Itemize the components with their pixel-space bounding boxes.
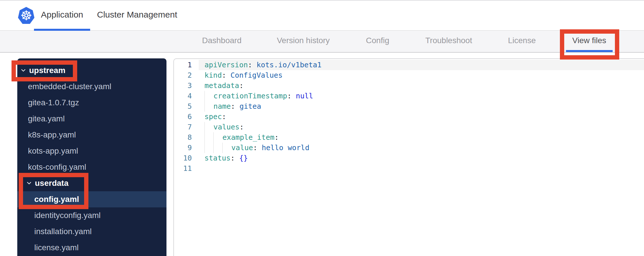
file-label: k8s-app.yaml bbox=[28, 130, 76, 140]
helm-wheel-glyph: ☸ bbox=[20, 9, 32, 22]
line-number: 9 bbox=[174, 143, 192, 153]
code-line-content: spec: bbox=[199, 112, 644, 122]
app-tab-license[interactable]: License bbox=[502, 31, 542, 52]
code-line-1[interactable]: 1apiVersion: kots.io/v1beta1 bbox=[174, 60, 644, 70]
file-label: installation.yaml bbox=[34, 227, 92, 236]
file-config-yaml[interactable]: config.yaml bbox=[17, 191, 166, 207]
code-line-content: example_item: bbox=[199, 132, 644, 143]
code-editor[interactable]: 1apiVersion: kots.io/v1beta12kind: Confi… bbox=[173, 58, 644, 256]
code-line-9[interactable]: 9value: hello world bbox=[174, 143, 644, 153]
app-tab-troubleshoot[interactable]: Troubleshoot bbox=[419, 31, 478, 52]
line-number: 7 bbox=[174, 122, 192, 132]
folder-label: upstream bbox=[29, 66, 65, 75]
code-line-content: apiVersion: kots.io/v1beta1 bbox=[199, 60, 644, 70]
code-line-7[interactable]: 7values: bbox=[174, 122, 644, 132]
primary-nav: ApplicationCluster Management bbox=[34, 1, 184, 31]
app-tab-config[interactable]: Config bbox=[360, 31, 396, 52]
indent-guide bbox=[204, 91, 213, 101]
file-label: kots-config.yaml bbox=[28, 163, 86, 172]
code-line-content: creationTimestamp: null bbox=[199, 91, 644, 101]
code-line-4[interactable]: 4creationTimestamp: null bbox=[174, 91, 644, 101]
app-tab-view-files[interactable]: View files bbox=[566, 31, 613, 52]
code-line-content: value: hello world bbox=[199, 143, 644, 153]
code-line-content: name: gitea bbox=[199, 101, 644, 112]
file-kots-app-yaml[interactable]: kots-app.yaml bbox=[17, 143, 166, 159]
code-line-11[interactable]: 11 bbox=[174, 163, 644, 174]
indent-guide bbox=[222, 143, 231, 153]
code-line-5[interactable]: 5name: gitea bbox=[174, 101, 644, 112]
code-line-3[interactable]: 3metadata: bbox=[174, 81, 644, 91]
folder-userdata[interactable]: userdata bbox=[17, 175, 166, 191]
chevron-down-icon[interactable] bbox=[26, 180, 33, 186]
line-number: 2 bbox=[174, 70, 192, 81]
app-tab-dashboard[interactable]: Dashboard bbox=[196, 31, 248, 52]
file-label: config.yaml bbox=[34, 195, 79, 204]
file-label: license.yaml bbox=[34, 243, 79, 252]
file-tree: upstreamembedded-cluster.yamlgitea-1.0.7… bbox=[17, 58, 166, 256]
code-line-content bbox=[199, 163, 644, 174]
folder-upstream[interactable]: upstream bbox=[17, 62, 166, 79]
line-number: 1 bbox=[174, 60, 192, 70]
file-installation-yaml[interactable]: installation.yaml bbox=[17, 223, 166, 240]
code-line-content: kind: ConfigValues bbox=[199, 70, 644, 81]
app-tab-version-history[interactable]: Version history bbox=[270, 31, 336, 52]
line-number: 5 bbox=[174, 101, 192, 112]
primary-tab-cluster-management[interactable]: Cluster Management bbox=[90, 1, 184, 31]
app-tab-bar: DashboardVersion historyConfigTroublesho… bbox=[0, 31, 644, 53]
chevron-down-icon[interactable] bbox=[20, 67, 27, 74]
indent-guide bbox=[213, 143, 222, 153]
primary-tab-application[interactable]: Application bbox=[34, 1, 90, 31]
file-identityconfig-yaml[interactable]: identityconfig.yaml bbox=[17, 207, 166, 223]
indent-guide bbox=[204, 132, 213, 143]
file-label: gitea-1.0.7.tgz bbox=[28, 98, 79, 107]
code-line-10[interactable]: 10status: {} bbox=[174, 153, 644, 163]
file-license-yaml[interactable]: license.yaml bbox=[17, 240, 166, 256]
kubernetes-logo[interactable]: ☸ bbox=[18, 7, 35, 25]
file-kots-config-yaml[interactable]: kots-config.yaml bbox=[17, 159, 166, 175]
line-number: 6 bbox=[174, 112, 192, 122]
file-embedded-cluster-yaml[interactable]: embedded-cluster.yaml bbox=[17, 79, 166, 95]
line-number: 3 bbox=[174, 81, 192, 91]
file-gitea-1-0-7-tgz[interactable]: gitea-1.0.7.tgz bbox=[17, 95, 166, 111]
code-line-content: values: bbox=[199, 122, 644, 132]
file-label: embedded-cluster.yaml bbox=[28, 82, 111, 91]
file-tree-sidebar: upstreamembedded-cluster.yamlgitea-1.0.7… bbox=[17, 58, 166, 256]
file-k8s-app-yaml[interactable]: k8s-app.yaml bbox=[17, 127, 166, 143]
file-label: kots-app.yaml bbox=[28, 146, 78, 156]
file-gitea-yaml[interactable]: gitea.yaml bbox=[17, 111, 166, 127]
code-line-content: status: {} bbox=[199, 153, 644, 163]
indent-guide bbox=[204, 101, 213, 112]
file-label: gitea.yaml bbox=[28, 114, 65, 123]
line-number: 10 bbox=[174, 153, 192, 163]
line-number: 11 bbox=[174, 163, 192, 174]
kubernetes-helm-icon: ☸ bbox=[18, 7, 35, 25]
indent-guide bbox=[204, 143, 213, 153]
code-line-content: metadata: bbox=[199, 81, 644, 91]
code-line-8[interactable]: 8example_item: bbox=[174, 132, 644, 143]
folder-label: userdata bbox=[35, 179, 69, 188]
file-label: identityconfig.yaml bbox=[34, 211, 101, 220]
code-line-6[interactable]: 6spec: bbox=[174, 112, 644, 122]
topbar: ☸ ApplicationCluster Management bbox=[0, 0, 644, 31]
indent-guide bbox=[213, 132, 222, 143]
line-number: 4 bbox=[174, 91, 192, 101]
code-lines: 1apiVersion: kots.io/v1beta12kind: Confi… bbox=[174, 60, 644, 174]
line-number: 8 bbox=[174, 132, 192, 143]
code-line-2[interactable]: 2kind: ConfigValues bbox=[174, 70, 644, 81]
indent-guide bbox=[204, 122, 213, 132]
